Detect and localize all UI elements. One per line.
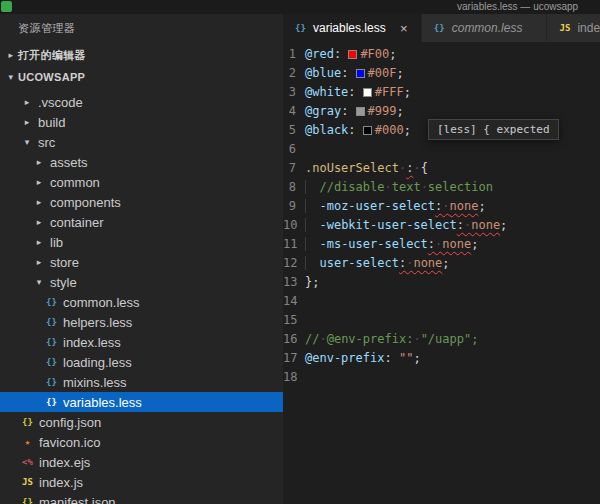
json-file-icon: {} [20,497,35,504]
chevron-right-icon: ▸ [32,217,46,227]
color-swatch [363,88,372,97]
line-content: @gray: #999; [305,102,404,121]
chevron-down-icon: ▾ [32,277,46,287]
tree-file-variables.less[interactable]: {}variables.less [0,392,283,412]
code-line-13[interactable]: 13}; [283,273,600,292]
open-editors-section[interactable]: ▸ 打开的编辑器 [0,44,283,66]
token: @white [305,85,348,99]
code-line-11[interactable]: 11 -ms-user-select:·none; [283,235,600,254]
tree-item-label: loading.less [63,355,132,370]
tree-file-config.json[interactable]: {}config.json [0,412,283,432]
color-swatch [348,50,357,59]
tree-folder-components[interactable]: ▸components [0,192,283,212]
token [392,351,399,365]
token: #FFF [375,85,404,99]
error-tooltip: [less] { expected [428,119,559,140]
tree-item-label: mixins.less [63,375,127,390]
tree-item-label: index.ejs [39,455,90,470]
code-line-15[interactable]: 15 [283,311,600,330]
token: · [421,180,428,194]
tree-folder-style[interactable]: ▾style [0,272,283,292]
tree-folder-lib[interactable]: ▸lib [0,232,283,252]
code-line-10[interactable]: 10 -webkit-user-select:·none; [283,216,600,235]
project-root-row[interactable]: ▾ UCOWSAPP [0,66,283,88]
line-number: 2 [283,64,305,83]
code-line-9[interactable]: 9 -moz-user-select:·none; [283,197,600,216]
tree-file-index.js[interactable]: JSindex.js [0,472,283,492]
json-file-icon: {} [20,417,35,427]
less-file-icon: {} [44,317,59,327]
code-line-8[interactable]: 8 //disable·text·selection [283,178,600,197]
tree-file-index.ejs[interactable]: <%index.ejs [0,452,283,472]
token: : [348,123,355,137]
line-number: 15 [283,311,305,330]
tree-file-manifest.json[interactable]: {}manifest.json [0,492,283,504]
js-file-icon: JS [20,477,35,487]
chevron-right-icon: ▸ [20,117,34,127]
token: · [442,199,449,213]
tree-item-label: build [38,115,65,130]
tree-item-label: index.less [63,335,121,350]
tree-file-loading.less[interactable]: {}loading.less [0,352,283,372]
tab-label: common.less [452,21,523,35]
tree-file-mixins.less[interactable]: {}mixins.less [0,372,283,392]
token: ; [442,256,449,270]
code-line-6[interactable]: 6 [283,140,600,159]
chevron-right-icon: ▸ [32,197,46,207]
line-number: 7 [283,159,305,178]
token: ; [404,85,411,99]
code-line-18[interactable]: 18 [283,368,600,387]
token: -moz-user-select [319,199,435,213]
code-line-16[interactable]: 16//·@env-prefix:·"/uapp"; [283,330,600,349]
line-content: -ms-user-select:·none; [305,235,478,254]
code-line-17[interactable]: 17@env-prefix: ""; [283,349,600,368]
editor-pane[interactable]: 1@red: #F00;2@blue: #00F;3@white: #FFF;4… [283,42,600,504]
less-file-icon: {} [432,23,447,33]
code-line-14[interactable]: 14 [283,292,600,311]
line-number: 13 [283,273,305,292]
token: · [319,332,326,346]
tree-folder-src[interactable]: ▾src [0,132,283,152]
chevron-down-icon: ▾ [4,72,18,82]
explorer-sidebar: 资源管理器 ▸ 打开的编辑器 ▾ UCOWSAPP ▸.vscode▸build… [0,14,283,504]
tab-variables.less[interactable]: {}variables.less× [283,14,422,42]
tree-item-label: manifest.json [39,495,116,504]
tree-item-label: .vscode [38,95,83,110]
tree-file-helpers.less[interactable]: {}helpers.less [0,312,283,332]
code-line-7[interactable]: 7.noUserSelect·:·{ [283,159,600,178]
code-line-2[interactable]: 2@blue: #00F; [283,64,600,83]
chevron-right-icon: ▸ [20,97,34,107]
tree-item-label: favicon.ico [39,435,100,450]
less-file-icon: {} [44,337,59,347]
tree-folder-container[interactable]: ▸container [0,212,283,232]
tree-folder-.vscode[interactable]: ▸.vscode [0,92,283,112]
tree-item-label: config.json [39,415,101,430]
chevron-right-icon: ▸ [32,237,46,247]
token: @env-prefix: [327,332,414,346]
code-line-3[interactable]: 3@white: #FFF; [283,83,600,102]
tree-file-favicon.ico[interactable]: ★favicon.ico [0,432,283,452]
token: -webkit-user-select [319,218,456,232]
tree-folder-common[interactable]: ▸common [0,172,283,192]
tree-folder-store[interactable]: ▸store [0,252,283,272]
tree-folder-assets[interactable]: ▸assets [0,152,283,172]
token [341,47,348,61]
token [305,218,319,232]
tree-file-index.less[interactable]: {}index.less [0,332,283,352]
code-line-12[interactable]: 12 user-select:·none; [283,254,600,273]
line-number: 14 [283,292,305,311]
app-icon [1,1,12,12]
tree-folder-build[interactable]: ▸build [0,112,283,132]
code-line-1[interactable]: 1@red: #F00; [283,45,600,64]
tab-common.less[interactable]: {}common.less [422,14,548,42]
tree-item-label: store [50,255,79,270]
close-icon[interactable]: × [397,21,411,36]
tab-index.js[interactable]: JSindex.js [547,14,600,42]
token [348,104,355,118]
token [305,180,319,194]
token: : [348,85,355,99]
window-title: variables.less — ucowsapp [457,1,578,12]
line-content: @red: #F00; [305,45,397,64]
token [348,66,355,80]
tree-file-common.less[interactable]: {}common.less [0,292,283,312]
